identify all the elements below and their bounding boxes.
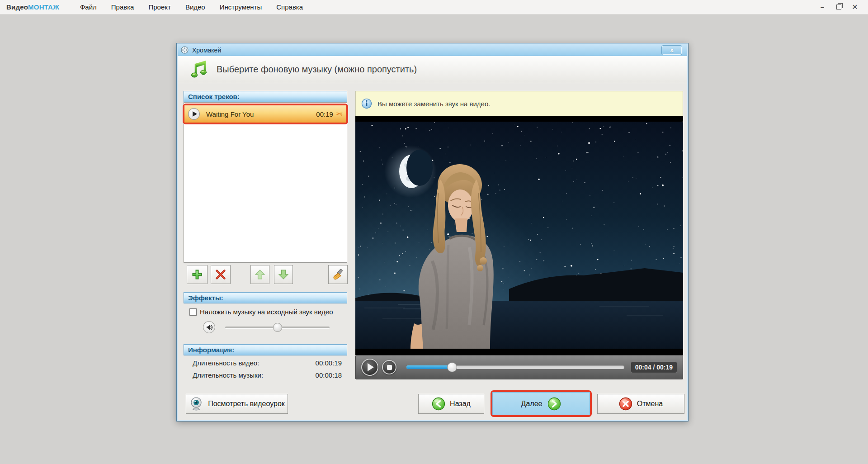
menu-video[interactable]: Видео [178,0,212,14]
effects-header: Эффекты: [184,292,347,303]
plus-icon [191,269,203,280]
next-arrow-icon [547,397,561,411]
app-logo-primary: Видео [6,3,28,11]
back-label: Назад [450,400,471,408]
music-note-icon [189,59,210,80]
app-logo: ВидеоМОНТАЖ [6,3,59,11]
overlay-music-option[interactable]: Наложить музыку на исходный звук видео [189,308,333,316]
menu-file[interactable]: Файл [73,0,104,14]
window-close-button[interactable]: ✕ [848,2,862,13]
speaker-icon [206,324,213,331]
night-sky-scene [355,121,683,355]
seek-progress-fill [406,365,452,369]
moon [384,145,437,198]
stop-icon [387,365,392,370]
video-preview[interactable] [355,116,683,355]
volume-slider[interactable] [225,327,330,328]
track-title: Waiting For You [206,110,254,118]
watch-tutorial-button[interactable]: Посмотреть видеоурок [186,394,288,414]
window-minimize-button[interactable]: – [816,2,829,13]
lake [355,301,683,349]
move-track-down-button[interactable] [274,265,293,284]
brush-icon [332,268,344,281]
time-display: 00:04 / 00:19 [631,361,677,373]
menu-tools[interactable]: Инструменты [212,0,269,14]
track-play-button[interactable] [188,108,200,120]
player-play-button[interactable] [361,359,378,376]
dialog-title: Хромакей [192,47,221,54]
track-row[interactable]: Waiting For You 00:19 ✂ [184,105,346,123]
trim-scissors-icon[interactable]: ✂ [336,109,343,119]
music-duration-label: Длительность музыки: [193,371,263,379]
clear-list-button[interactable] [328,265,348,284]
player-bar: 00:04 / 00:19 [355,355,683,379]
overlay-music-label: Наложить музыку на исходный звук видео [200,308,333,316]
cancel-button[interactable]: Отмена [597,394,684,414]
info-icon [361,98,372,109]
red-x-icon [215,269,226,280]
add-track-button[interactable] [187,265,208,284]
cancel-label: Отмена [637,400,663,408]
back-arrow-icon [432,397,445,411]
video-frame [355,116,683,355]
menu-help[interactable]: Справка [269,0,310,14]
move-track-up-button[interactable] [250,265,269,284]
player-stop-button[interactable] [382,360,396,374]
track-duration: 00:19 [316,110,333,118]
dialog-step-title: Выберите фоновую музыку (можно пропустит… [217,64,417,75]
video-duration-row: Длительность видео: 00:00:19 [193,359,342,367]
music-duration-value: 00:00:18 [316,371,342,379]
chromakey-dialog: Хромакей x Выберите фоновую музыку (можн… [176,43,689,421]
notice-text: Вы можете заменить звук на видео. [377,100,490,108]
speaker-button[interactable] [203,321,215,333]
dialog-header: Выберите фоновую музыку (можно пропустит… [178,56,687,83]
dialog-close-button[interactable]: x [662,46,682,55]
music-duration-row: Длительность музыки: 00:00:18 [193,371,342,379]
app-menubar: ВидеоМОНТАЖ Файл Правка Проект Видео Инс… [0,0,868,14]
track-annotation-highlight: Waiting For You 00:19 ✂ [183,104,348,124]
menu-list: Файл Правка Проект Видео Инструменты Спр… [73,0,310,14]
tracklist[interactable] [184,102,347,263]
notice-bar: Вы можете заменить звук на видео. [355,91,683,116]
video-duration-value: 00:00:19 [316,359,342,367]
video-duration-label: Длительность видео: [193,359,259,367]
seek-handle[interactable] [447,362,457,372]
next-annotation-highlight: Далее [491,390,592,417]
app-logo-accent: МОНТАЖ [28,3,59,11]
delete-track-button[interactable] [211,265,231,284]
webcam-icon [189,397,203,411]
restore-icon [836,5,841,9]
back-button[interactable]: Назад [418,394,484,414]
window-controls: – ✕ [816,2,868,13]
cancel-icon [619,397,632,411]
play-icon [368,363,374,371]
menu-project[interactable]: Проект [141,0,178,14]
dialog-titlebar[interactable]: Хромакей x [178,44,687,56]
up-arrow-icon [254,269,266,280]
tracklist-header: Список треков: [184,91,347,102]
down-arrow-icon [278,269,289,280]
window-restore-button[interactable] [832,2,845,13]
play-icon [193,111,197,117]
seek-slider[interactable] [406,362,624,373]
volume-control [203,321,339,334]
next-label: Далее [521,400,542,408]
checkbox-icon[interactable] [189,308,197,316]
information-header: Информация: [184,344,347,355]
film-reel-icon [181,46,189,54]
menu-edit[interactable]: Правка [104,0,142,14]
watch-tutorial-label: Посмотреть видеоурок [208,400,285,408]
volume-slider-handle[interactable] [273,323,282,332]
next-button[interactable]: Далее [492,392,590,415]
